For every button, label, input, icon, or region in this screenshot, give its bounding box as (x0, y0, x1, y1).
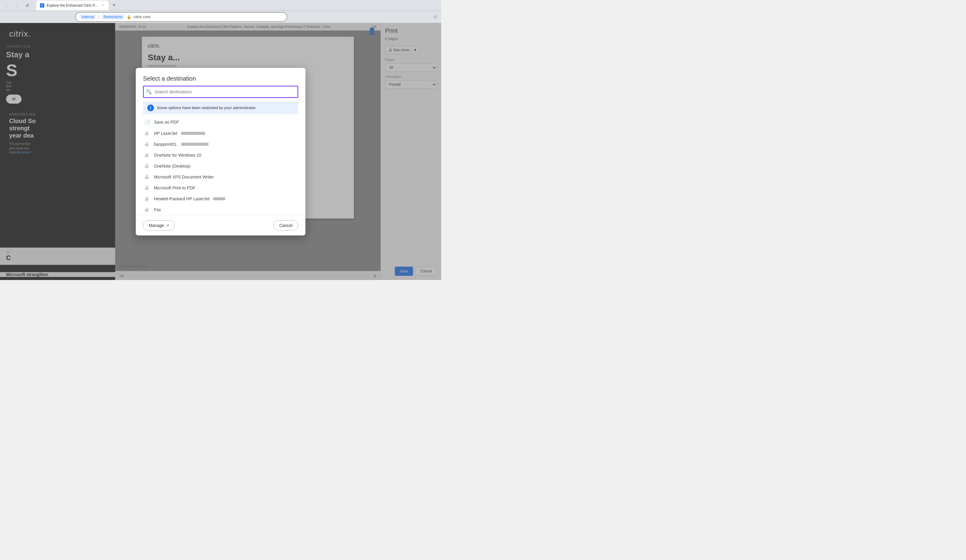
blurred-text-hp2 (213, 197, 225, 200)
modal-overlay: Select a destination 🔍 i Some options ha… (0, 23, 441, 280)
restriction-banner: i Some options have been restricted by y… (143, 102, 298, 114)
search-icon: 🔍 (146, 89, 152, 95)
forward-button[interactable]: › (13, 1, 21, 10)
active-tab[interactable]: X Explore the Enhanced Citrix P... × (36, 1, 109, 10)
select-destination-modal: Select a destination 🔍 i Some options ha… (136, 68, 306, 235)
printer-icon-fax: 🖨 (144, 207, 150, 212)
destination-hp-laserjet2[interactable]: 🖨 Hewlett-Packard HP LaserJet (143, 193, 298, 204)
info-icon: i (147, 105, 154, 111)
external-link-icon: ↗ (166, 223, 169, 228)
printer-icon-ms-pdf: 🖨 (144, 185, 150, 190)
dest-label-ms-print-pdf: Microsoft Print to PDF (154, 186, 196, 190)
destination-fax[interactable]: 🖨 Fax (143, 204, 298, 215)
dest-label-banpprint01: banpprint01. (154, 142, 177, 147)
bookmark-button[interactable]: ☆ (433, 14, 437, 20)
dest-label-onenote-desktop: OneNote (Desktop) (154, 164, 191, 169)
manage-button[interactable]: Manage ↗ (143, 220, 175, 231)
document-icon: 📄 (144, 119, 150, 125)
nav-controls: ‹ › ↺ (2, 1, 31, 10)
destination-hp-laserjet[interactable]: 🖨 HP LaserJet (143, 128, 298, 139)
destination-save-as-pdf[interactable]: 📄 Save as PDF (143, 117, 298, 128)
destination-onenote-desktop[interactable]: 🖨 OneNote (Desktop) (143, 161, 298, 171)
search-destinations-input[interactable] (143, 86, 298, 98)
modal-title: Select a destination (136, 68, 306, 86)
dest-label-onenote-win10: OneNote for Windows 10 (154, 153, 201, 158)
address-internal-label: Internal (80, 14, 96, 20)
printer-icon-hp: 🖨 (144, 131, 150, 136)
tab-bar: X Explore the Enhanced Citrix P... × + (36, 1, 439, 10)
printer-icon-hp2: 🖨 (144, 196, 150, 202)
printer-icon-onenote-desktop: 🖨 (144, 163, 150, 169)
tab-title: Explore the Enhanced Citrix P... (47, 3, 98, 8)
address-bar[interactable]: Internal | Restrictions 🔒 citrix.com (75, 12, 287, 22)
address-bar-row: Internal | Restrictions 🔒 citrix.com ☆ (0, 11, 441, 23)
new-tab-button[interactable]: + (110, 1, 118, 10)
dest-label-ms-xps: Microsoft XPS Document Writer (154, 174, 214, 179)
destination-onenote-win10[interactable]: 🖨 OneNote for Windows 10 (143, 150, 298, 161)
reload-button[interactable]: ↺ (23, 1, 31, 10)
dest-label-hp-laserjet2: Hewlett-Packard HP LaserJet (154, 196, 209, 201)
destination-banpprint01[interactable]: 🖨 banpprint01. (143, 139, 298, 150)
address-restrictions-label: Restrictions (102, 14, 125, 20)
tab-close-button[interactable]: × (100, 3, 105, 8)
blurred-text-hp (181, 132, 205, 135)
dest-label-fax: Fax (154, 207, 161, 212)
address-url: citrix.com (134, 15, 150, 19)
printer-icon-onenote-win10: 🖨 (144, 153, 150, 158)
lock-icon: 🔒 (127, 15, 131, 19)
dest-label-hp-laserjet: HP LaserJet (154, 131, 177, 136)
printer-icon-ms-xps: 🖨 (144, 174, 150, 180)
destination-ms-print-pdf[interactable]: 🖨 Microsoft Print to PDF (143, 182, 298, 193)
printer-icon-banp: 🖨 (144, 141, 150, 147)
cancel-modal-button[interactable]: Cancel (273, 220, 298, 231)
tab-favicon: X (40, 3, 44, 8)
manage-label: Manage (149, 223, 164, 228)
back-button[interactable]: ‹ (2, 1, 11, 10)
destinations-list: 📄 Save as PDF 🖨 HP LaserJet 🖨 banpprint0… (136, 117, 306, 215)
dest-label-save-as-pdf: Save as PDF (154, 120, 179, 125)
destination-ms-xps[interactable]: 🖨 Microsoft XPS Document Writer (143, 171, 298, 182)
blurred-text-banp (181, 143, 209, 146)
restriction-message: Some options have been restricted by you… (157, 105, 256, 110)
page-background: citrix. 04/06/2024, 15:22 Stay a S CatNe… (0, 23, 441, 280)
modal-search-container: 🔍 (143, 86, 298, 98)
address-divider: | (98, 15, 99, 20)
browser-chrome: ‹ › ↺ X Explore the Enhanced Citrix P...… (0, 0, 441, 11)
modal-footer: Manage ↗ Cancel (136, 215, 306, 235)
